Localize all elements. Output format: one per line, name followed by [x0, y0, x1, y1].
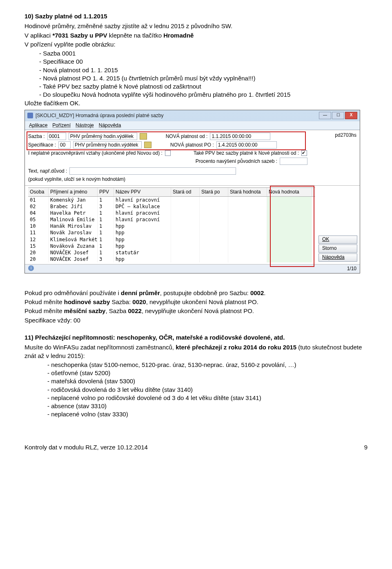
li: Sazba 0001 [45, 49, 368, 58]
menu-porizeni[interactable]: Pořízení [52, 122, 71, 129]
input-sazba[interactable]: 0001 [47, 133, 66, 140]
cell [228, 223, 267, 229]
table-row[interactable]: 10Hanák Miroslav1hpp [28, 223, 315, 229]
cell: hpp [114, 243, 171, 249]
table-row[interactable]: 15Nováková Zuzana1hpp [28, 243, 315, 249]
cell: NOVÁČEK Josef [49, 256, 98, 262]
menu-nastroje[interactable]: Nástroje [76, 122, 94, 129]
cell: Hanák Miroslav [49, 223, 98, 229]
cell [200, 210, 228, 216]
col-prijmeni[interactable]: Příjmení a jméno [49, 188, 98, 196]
cell [171, 197, 200, 203]
form-area: pd2703hs Sazba : 0001 PHV průměrný hodin… [25, 130, 360, 186]
cell: hlavní pracovní [114, 216, 171, 223]
app-window: [SKOLICI_MZDY] Hromadná úprava poslední … [24, 110, 360, 273]
table-area: Osoba Příjmení a jméno PPV Název PPV Sta… [25, 186, 360, 264]
cell [171, 236, 200, 243]
cell [171, 256, 200, 262]
cell [267, 223, 312, 229]
col-starapo[interactable]: Stará po [200, 188, 228, 196]
cell: 12 [28, 236, 49, 243]
cell [200, 203, 228, 210]
li: rodičovská dovolená do 3 let věku dítěte… [53, 386, 368, 394]
menu-aplikace[interactable]: Aplikace [29, 122, 47, 129]
cell: 11 [28, 229, 49, 236]
maximize-button[interactable]: ☐ [332, 112, 344, 119]
cell: 04 [28, 210, 49, 216]
input-nova-od[interactable]: 1.1.2015 00:00:00 [210, 133, 270, 140]
storno-button[interactable]: Storno [318, 244, 357, 253]
col-starah[interactable]: Stará hodnota [228, 188, 267, 196]
section10-line3: V pořízení vyplňte podle obrázku: [24, 40, 368, 49]
input-text[interactable] [69, 167, 236, 175]
table-row[interactable]: 12Klimešová Markét1hpp [28, 236, 315, 243]
input-procento[interactable] [280, 158, 307, 165]
cell: 1 [98, 197, 114, 203]
cell [267, 249, 312, 256]
t: Pokud měníte [24, 307, 64, 314]
minimize-button[interactable]: — [319, 112, 331, 119]
input-sazba-desc[interactable]: PHV průměrný hodin.výdělek [69, 133, 137, 140]
t: V aplikaci [24, 32, 52, 39]
cell: Malinová Emilie [49, 216, 98, 223]
section10-save: Uložte tlačítkem OK. [24, 99, 368, 107]
t: Pokud pro odměňování používáte i [24, 289, 121, 296]
col-novah[interactable]: Nová hodnota [267, 188, 312, 196]
folder-icon[interactable] [140, 133, 147, 140]
input-nova-po[interactable]: 1.4.2015 00:00:00 [216, 141, 277, 149]
info-icon[interactable]: i [28, 265, 34, 271]
section11-title: 11) Přecházející nepřítomnosti: neschope… [24, 333, 368, 342]
cell: 3 [98, 256, 114, 262]
cell: hpp [114, 223, 171, 229]
section10-list: Sazba 0001 Specifikace 00 Nová platnost … [24, 49, 368, 99]
cell [228, 256, 267, 262]
t: 0020 [132, 298, 146, 305]
cell: Havelka Petr [49, 210, 98, 216]
cell [267, 229, 312, 236]
table-row[interactable]: 20NOVÁČEK Josef1statutár [28, 249, 315, 256]
t: . [264, 289, 265, 296]
cell [171, 223, 200, 229]
cell [228, 243, 267, 249]
cell [267, 210, 312, 216]
table-row[interactable]: 02Brabec Jiří3DPČ – kalkulace [28, 203, 315, 210]
close-button[interactable]: X [345, 112, 357, 119]
t: Musíte do WinFASu zadat nepřítomnosti za… [24, 344, 176, 351]
col-nazevppv[interactable]: Název PPV [114, 188, 171, 196]
cell [171, 210, 200, 216]
t: 0022 [128, 307, 142, 314]
cell: 1 [98, 243, 114, 249]
cell [228, 203, 267, 210]
cell [200, 223, 228, 229]
col-ppv[interactable]: PPV [98, 188, 114, 196]
t: Pokud měníte [24, 298, 64, 305]
input-spec-desc[interactable]: PHV průměrný hodin.výdělek [73, 141, 142, 149]
cell: NOVÁČEK Josef [49, 249, 98, 256]
table-row[interactable]: 04Havelka Petr1hlavní pracovní [28, 210, 315, 216]
li: Nová platnost od 1. 1. 2015 [45, 66, 368, 74]
table-row[interactable]: 11Novák Jaroslav1hpp [28, 229, 315, 236]
napoveda-button[interactable]: Nápověda [318, 253, 357, 262]
cell: Komenský Jan [49, 197, 98, 203]
table-row[interactable]: 20NOVÁČEK Josef3hpp [28, 256, 315, 262]
col-staraod[interactable]: Stará od [171, 188, 200, 196]
cell [171, 216, 200, 223]
cell: 3 [98, 203, 114, 210]
page-number: 9 [364, 443, 368, 451]
checkbox-ineplat[interactable] [165, 150, 171, 156]
col-osoba[interactable]: Osoba [28, 188, 49, 196]
t: klepněte na tlačítko [107, 32, 164, 39]
input-spec[interactable]: 00 [58, 141, 71, 149]
folder-icon[interactable] [144, 142, 151, 148]
after-p2: Pokud měníte hodinové sazby Sazba: 0020,… [24, 298, 368, 306]
table-row[interactable]: 01Komenský Jan1hlavní pracovní [28, 197, 315, 203]
cell: 1 [98, 223, 114, 229]
table-row[interactable]: 05Malinová Emilie1hlavní pracovní [28, 216, 315, 223]
cell: 1 [98, 216, 114, 223]
cell [228, 236, 267, 243]
checkbox-takeppv[interactable] [301, 150, 307, 156]
cell: hlavní pracovní [114, 197, 171, 203]
ok-button[interactable]: OK [318, 236, 357, 244]
menu-napoveda[interactable]: Nápověda [99, 122, 121, 129]
cell [200, 216, 228, 223]
